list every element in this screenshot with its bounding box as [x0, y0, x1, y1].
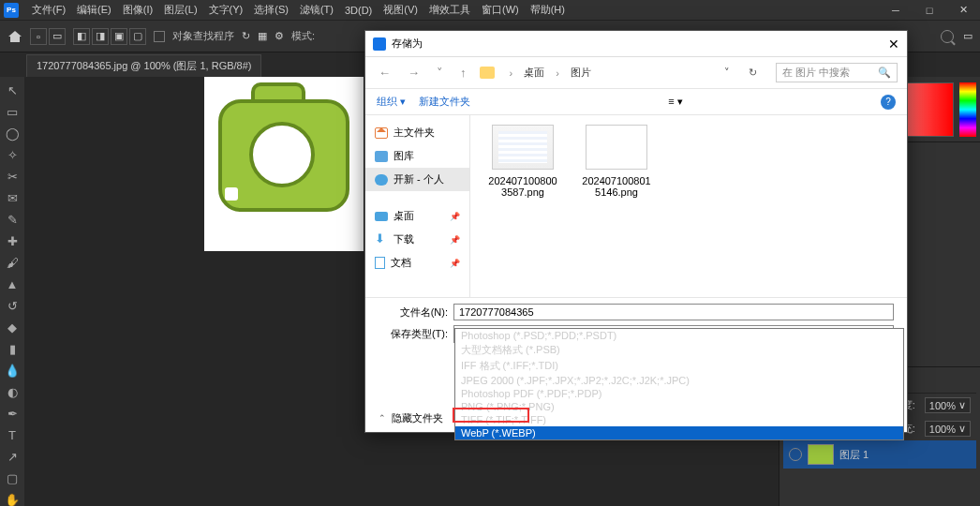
stamp-tool[interactable]: ▲	[3, 275, 22, 293]
document-canvas[interactable]	[204, 77, 364, 251]
window-maximize[interactable]: □	[913, 0, 946, 21]
gradient-tool[interactable]: ▮	[3, 339, 22, 358]
eyedropper-tool[interactable]: ✎	[3, 210, 22, 229]
search-icon[interactable]	[941, 30, 954, 43]
option-pdf[interactable]: Photoshop PDF (*.PDF;*.PDP)	[455, 387, 903, 400]
blur-tool[interactable]: 💧	[3, 361, 22, 380]
pin-icon: 📌	[450, 235, 460, 245]
crop-tool[interactable]: ✂	[3, 167, 22, 186]
side-home[interactable]: 主文件夹	[365, 121, 469, 144]
window-close[interactable]: ✕	[946, 0, 980, 21]
option-png[interactable]: PNG (*.PNG;*.PNG)	[455, 400, 903, 413]
app-icon: Ps	[4, 3, 19, 18]
menu-edit[interactable]: 编辑(E)	[71, 3, 117, 17]
side-desktop[interactable]: 桌面📌	[365, 204, 469, 228]
move-tool[interactable]: ↖	[3, 81, 22, 99]
gear-icon[interactable]: ⚙	[275, 30, 284, 42]
new-folder-button[interactable]: 新建文件夹	[419, 95, 470, 109]
text-tool[interactable]: T	[3, 425, 22, 444]
menu-filter[interactable]: 滤镜(T)	[294, 3, 339, 17]
nav-dropdown[interactable]: ˅	[433, 66, 447, 80]
heal-tool[interactable]: ✚	[3, 231, 22, 250]
dodge-tool[interactable]: ◐	[3, 382, 22, 401]
filename-input[interactable]	[453, 304, 894, 320]
view-mode-button[interactable]: ≡ ▾	[668, 96, 682, 108]
history-tool[interactable]: ↺	[3, 296, 22, 315]
object-finder-label: 对象查找程序	[172, 29, 234, 43]
workspace-icon[interactable]: ▭	[963, 30, 973, 42]
menu-select[interactable]: 选择(S)	[248, 3, 294, 17]
help-icon[interactable]: ?	[881, 95, 896, 110]
eraser-tool[interactable]: ◆	[3, 318, 22, 336]
hue-slider[interactable]	[959, 82, 976, 137]
marquee-tool[interactable]: ▭	[3, 102, 22, 121]
tool-preset-2[interactable]: ▭	[49, 28, 66, 45]
hide-folders[interactable]: 隐藏文件夹	[392, 411, 443, 425]
pin-icon: 📌	[450, 212, 460, 221]
sidebar: 主文件夹 图库 开新 - 个人 桌面📌 ⬇下载📌 文档📌	[365, 115, 470, 297]
menu-file[interactable]: 文件(F)	[26, 3, 71, 17]
file-thumbnail	[492, 125, 554, 170]
object-finder-checkbox[interactable]	[154, 31, 165, 42]
frame-tool[interactable]: ✉	[3, 188, 22, 207]
crumb-sub[interactable]: 图片	[571, 66, 591, 80]
home-icon[interactable]	[7, 29, 22, 44]
option-iff[interactable]: IFF 格式 (*.IFF;*.TDI)	[455, 358, 903, 374]
search-input[interactable]: 在 图片 中搜索 🔍	[776, 63, 898, 82]
menu-plugins[interactable]: 增效工具	[423, 3, 476, 17]
path-tool[interactable]: ↗	[3, 447, 22, 466]
file-item[interactable]: 202407100800 3587.png	[485, 125, 560, 198]
side-documents[interactable]: 文档📌	[365, 251, 469, 275]
refresh-icon[interactable]: ↻	[242, 30, 250, 42]
file-thumbnail	[586, 125, 647, 170]
document-tab[interactable]: 1720777084365.jpg @ 100% (图层 1, RGB/8#)	[26, 54, 261, 77]
opacity-value[interactable]: 100%∨	[925, 397, 971, 413]
selection-add[interactable]: ◨	[92, 28, 109, 45]
layer-thumbnail	[808, 444, 834, 465]
menu-3d[interactable]: 3D(D)	[339, 5, 378, 16]
crumb-root[interactable]: 桌面	[524, 66, 544, 80]
tool-preset-1[interactable]: ▫	[30, 28, 47, 45]
expand-icon[interactable]: ⌃	[379, 413, 386, 423]
window-minimize[interactable]: ─	[879, 0, 913, 21]
selection-int[interactable]: ▢	[129, 28, 146, 45]
shape-tool[interactable]: ▢	[3, 469, 22, 487]
pen-tool[interactable]: ✒	[3, 404, 22, 423]
nav-refresh[interactable]: ↻	[749, 67, 757, 79]
nav-forward[interactable]: →	[404, 66, 423, 80]
hand-tool[interactable]: ✋	[3, 490, 22, 506]
option-psb[interactable]: 大型文档格式 (*.PSB)	[455, 342, 903, 358]
fill-value[interactable]: 100%∨	[925, 421, 971, 437]
pin-icon: 📌	[450, 259, 460, 268]
menu-text[interactable]: 文字(Y)	[203, 3, 249, 17]
crumb-expand[interactable]: ˅	[724, 67, 730, 79]
file-name: 202407100800 3587.png	[485, 175, 560, 198]
menu-layer[interactable]: 图层(L)	[158, 3, 202, 17]
side-downloads[interactable]: ⬇下载📌	[365, 228, 469, 251]
filetype-dropdown: Photoshop (*.PSD;*.PDD;*.PSDT) 大型文档格式 (*…	[454, 328, 904, 440]
selection-new[interactable]: ◧	[73, 28, 90, 45]
menu-window[interactable]: 窗口(W)	[476, 3, 525, 17]
overlay-icon[interactable]: ▦	[258, 30, 267, 42]
menu-view[interactable]: 视图(V)	[378, 3, 423, 17]
option-tiff[interactable]: TIFF (*.TIF;*.TIFF)	[455, 413, 903, 426]
selection-sub[interactable]: ▣	[111, 28, 127, 45]
menu-help[interactable]: 帮助(H)	[525, 3, 571, 17]
option-jp2[interactable]: JPEG 2000 (*.JPF;*.JPX;*.JP2;*.J2C;*.J2K…	[455, 374, 903, 387]
dialog-close[interactable]: ✕	[888, 37, 899, 52]
option-webp[interactable]: WebP (*.WEBP)	[455, 426, 903, 439]
file-item[interactable]: 202407100801 5146.png	[579, 125, 654, 198]
menu-image[interactable]: 图像(I)	[117, 3, 158, 17]
wand-tool[interactable]: ✧	[3, 145, 22, 164]
visibility-toggle[interactable]	[789, 448, 802, 461]
menu-bar: Ps 文件(F) 编辑(E) 图像(I) 图层(L) 文字(Y) 选择(S) 滤…	[0, 0, 980, 21]
lasso-tool[interactable]: ◯	[3, 124, 22, 142]
organize-button[interactable]: 组织 ▾	[377, 95, 406, 109]
brush-tool[interactable]: 🖌	[3, 253, 22, 272]
nav-back[interactable]: ←	[375, 66, 394, 80]
nav-up[interactable]: ↑	[456, 66, 470, 80]
side-gallery[interactable]: 图库	[365, 144, 469, 168]
side-cloud[interactable]: 开新 - 个人	[365, 168, 469, 191]
layer-item[interactable]: 图层 1	[783, 440, 976, 469]
option-psd[interactable]: Photoshop (*.PSD;*.PDD;*.PSDT)	[455, 329, 903, 342]
